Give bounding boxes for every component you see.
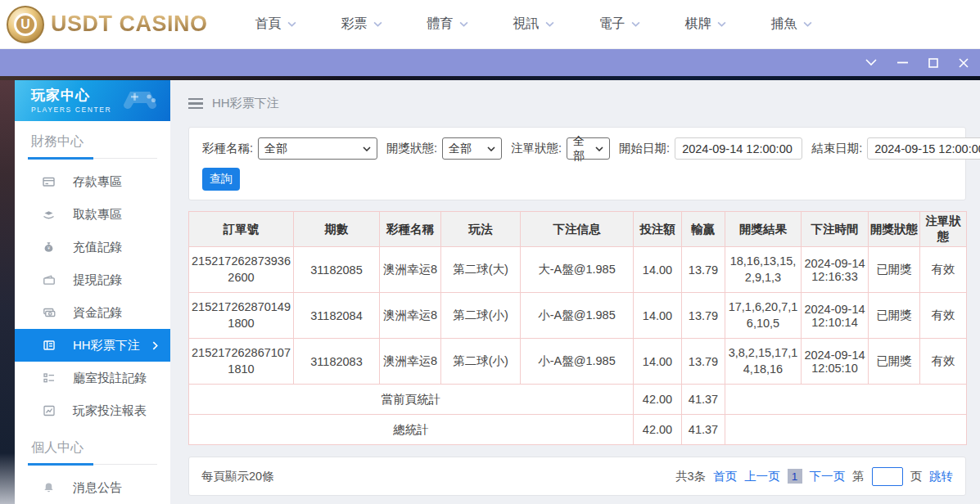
- table-row: 2152172628739362600 31182085 澳洲幸运8 第二球(大…: [189, 247, 967, 293]
- sidebar-section-personal: 個人中心: [28, 439, 157, 465]
- chevron-down-icon: [363, 146, 371, 151]
- lottery-filter-group: 彩種名稱: 全部: [202, 137, 377, 160]
- cell-order-number: 2152172628739362600: [189, 247, 294, 293]
- current-page-indicator[interactable]: 1: [788, 469, 802, 484]
- sidebar-item-label: 資金記錄: [73, 305, 122, 321]
- first-page-link[interactable]: 首页: [713, 469, 737, 484]
- cell-order-status: 有效: [920, 247, 967, 293]
- lottery-select-value: 全部: [264, 142, 287, 156]
- chevron-down-icon: [487, 146, 495, 151]
- cell-bet-info: 小-A盤@1.985: [521, 339, 634, 385]
- nav-item-lottery[interactable]: 彩票: [341, 16, 427, 33]
- maximize-icon[interactable]: [928, 58, 938, 68]
- summary-label: 當前頁統計: [189, 385, 634, 415]
- sidebar-item-funds-records[interactable]: 資金記錄: [15, 296, 170, 329]
- col-bet-amount: 投注額: [634, 212, 682, 247]
- book-icon: [42, 339, 56, 352]
- cell-order-number: 2152172628671071810: [189, 339, 294, 385]
- sidebar-item-label: 充值記錄: [73, 240, 122, 255]
- sidebar-item-announcements[interactable]: 消息公告: [15, 471, 170, 504]
- start-date-input[interactable]: [675, 137, 802, 160]
- summary-bet-amount: 42.00: [634, 415, 682, 445]
- sidebar-item-player-bet-report[interactable]: 玩家投注報表: [15, 394, 170, 427]
- cell-draw-status: 已開獎: [869, 293, 920, 339]
- sidebar-item-deposit[interactable]: 存款專區: [15, 165, 170, 198]
- sidebar-item-label: 存款專區: [73, 174, 122, 190]
- sidebar-item-withdrawal-records[interactable]: 提現記錄: [15, 263, 170, 296]
- order-status-filter-group: 注單狀態: 全部: [511, 137, 610, 160]
- draw-status-select[interactable]: 全部: [442, 137, 502, 160]
- lottery-filter-label: 彩種名稱:: [202, 141, 253, 156]
- page-title: HH彩票下注: [212, 96, 279, 111]
- cell-bet-time: 2024-09-14 12:16:33: [802, 247, 869, 293]
- sidebar-item-room-bet-records[interactable]: 廳室投註記錄: [15, 362, 170, 394]
- cell-draw-status: 已開獎: [869, 247, 920, 293]
- order-status-select-value: 全部: [573, 134, 589, 164]
- chevron-down-icon: [373, 21, 382, 27]
- nav-item-sports[interactable]: 體育: [427, 16, 513, 33]
- nav-item-boardgames[interactable]: 棋牌: [685, 16, 771, 33]
- table-row: 2152172628671071810 31182083 澳洲幸运8 第二球(小…: [189, 339, 967, 385]
- sidebar-item-recharge-records[interactable]: ¥ 充值記錄: [15, 231, 170, 263]
- brand-coin-icon: U: [7, 6, 44, 43]
- cell-play-type: 第二球(小): [441, 339, 521, 385]
- cell-bet-info: 小-A盤@1.985: [521, 293, 634, 339]
- col-draw-status: 開獎狀態: [869, 212, 920, 247]
- end-date-input[interactable]: [867, 137, 980, 160]
- cell-bet-amount: 14.00: [634, 247, 682, 293]
- nav-label: 電子: [599, 16, 625, 33]
- pagination: 共3条 首页 上一页 1 下一页 第 页 跳转: [675, 467, 953, 486]
- summary-empty: [725, 415, 967, 445]
- brand-logo[interactable]: U USDT CASINO: [7, 6, 208, 43]
- cell-period: 31182083: [294, 339, 380, 385]
- cell-draw-result: 18,16,13,15,2,9,1,3: [725, 247, 802, 293]
- page-prefix-label: 第: [852, 469, 865, 484]
- nav-item-fishing[interactable]: 捕魚: [771, 16, 857, 33]
- col-order-status: 注單狀態: [920, 212, 967, 247]
- end-date-group: 結束日期:: [811, 137, 980, 160]
- total-summary-row: 總統計 42.00 41.37: [189, 415, 967, 445]
- cell-win-loss: 13.79: [682, 339, 725, 385]
- page-jump-input[interactable]: [872, 467, 903, 486]
- report-chart-icon: [42, 404, 56, 417]
- brand-name: USDT CASINO: [51, 11, 208, 37]
- chevron-down-icon: [631, 21, 640, 27]
- nav-label: 視訊: [513, 16, 540, 33]
- brand-initial: U: [14, 13, 37, 36]
- hamburger-menu-icon[interactable]: [188, 98, 203, 110]
- col-play-type: 玩法: [441, 212, 521, 247]
- jump-link[interactable]: 跳转: [929, 469, 953, 484]
- sidebar-item-label: 玩家投注報表: [73, 403, 147, 419]
- sidebar-item-label: HH彩票下注: [73, 338, 140, 353]
- deposit-card-icon: [42, 175, 56, 188]
- cell-play-type: 第二球(小): [441, 293, 521, 339]
- sidebar-item-withdraw[interactable]: 取款專區: [15, 198, 170, 231]
- next-page-link[interactable]: 下一页: [810, 469, 846, 484]
- cell-lottery-name: 澳洲幸运8: [380, 293, 441, 339]
- bell-icon: [42, 481, 56, 494]
- nav-label: 彩票: [341, 16, 368, 33]
- draw-status-filter-label: 開獎狀態:: [386, 141, 437, 156]
- nav-label: 捕魚: [771, 16, 797, 33]
- summary-empty: [725, 385, 967, 415]
- minimize-icon[interactable]: [897, 61, 908, 64]
- prev-page-link[interactable]: 上一页: [744, 469, 780, 484]
- total-count-text: 共3条: [675, 469, 706, 484]
- lottery-select[interactable]: 全部: [258, 137, 377, 160]
- nav-item-live[interactable]: 視訊: [513, 16, 599, 33]
- nav-item-slots[interactable]: 電子: [599, 16, 685, 33]
- sidebar-item-hh-lottery-bets[interactable]: HH彩票下注: [15, 329, 170, 362]
- order-status-select[interactable]: 全部: [567, 137, 610, 160]
- window-dropdown-icon[interactable]: [865, 59, 877, 66]
- chevron-down-icon: [717, 21, 726, 27]
- close-icon[interactable]: [959, 58, 969, 68]
- nav-item-home[interactable]: 首頁: [255, 16, 341, 33]
- chevron-down-icon: [459, 21, 468, 27]
- moneybag-icon: ¥: [42, 241, 56, 254]
- cell-period: 31182084: [294, 293, 380, 339]
- start-date-group: 開始日期:: [619, 137, 802, 160]
- sidebar-item-label: 廳室投註記錄: [73, 371, 147, 386]
- search-button[interactable]: 查詢: [202, 168, 240, 191]
- wallet-icon: [42, 273, 56, 286]
- cell-bet-time: 2024-09-14 12:05:10: [802, 339, 869, 385]
